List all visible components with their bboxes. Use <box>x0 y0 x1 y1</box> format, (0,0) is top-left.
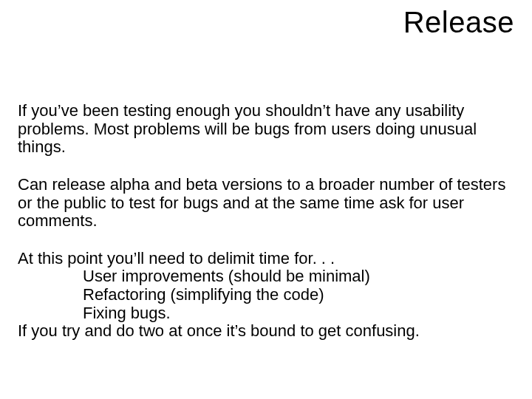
p3-item-c: Fixing bugs. <box>18 304 514 323</box>
p3-item-b: Refactoring (simplifying the code) <box>18 286 514 304</box>
paragraph-1: If you’ve been testing enough you should… <box>18 102 514 157</box>
p3-tail: If you try and do two at once it’s bound… <box>18 322 514 341</box>
slide: Release If you’ve been testing enough yo… <box>0 0 532 399</box>
p3-lead: At this point you’ll need to delimit tim… <box>18 250 514 268</box>
slide-body: If you’ve been testing enough you should… <box>18 102 514 341</box>
paragraph-3: At this point you’ll need to delimit tim… <box>18 250 514 341</box>
slide-title: Release <box>403 6 514 39</box>
p3-item-a: User improvements (should be minimal) <box>18 267 514 286</box>
paragraph-2: Can release alpha and beta versions to a… <box>18 176 514 231</box>
